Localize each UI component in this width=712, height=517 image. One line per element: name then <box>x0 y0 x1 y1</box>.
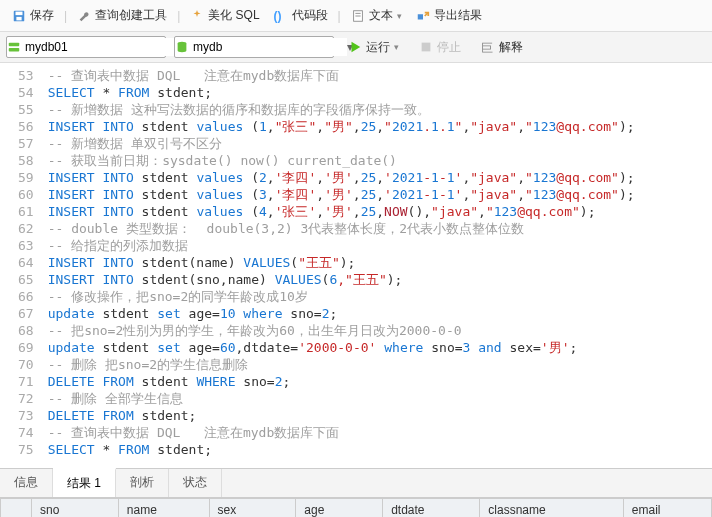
query-builder-button[interactable]: 查询创建工具 <box>71 4 173 27</box>
save-icon <box>12 9 26 23</box>
svg-rect-2 <box>16 16 21 20</box>
export-label: 导出结果 <box>434 7 482 24</box>
export-button[interactable]: 导出结果 <box>410 4 488 27</box>
db2-combo[interactable]: ▾ <box>174 36 334 58</box>
db1-input[interactable] <box>21 38 179 56</box>
tab-2[interactable]: 剖析 <box>116 469 169 497</box>
svg-rect-6 <box>417 14 422 19</box>
col-sno[interactable]: sno <box>32 499 119 518</box>
server-icon <box>7 40 21 54</box>
col-email[interactable]: email <box>623 499 711 518</box>
main-toolbar: 保存 | 查询创建工具 | 美化 SQL () 代码段 | 文本 ▾ 导出结果 <box>0 0 712 32</box>
tab-3[interactable]: 状态 <box>169 469 222 497</box>
export-icon <box>416 9 430 23</box>
beautify-label: 美化 SQL <box>208 7 259 24</box>
database-icon <box>175 40 189 54</box>
col-dtdate[interactable]: dtdate <box>383 499 480 518</box>
document-icon <box>351 9 365 23</box>
beautify-button[interactable]: 美化 SQL <box>184 4 265 27</box>
explain-label: 解释 <box>499 39 523 56</box>
col-age[interactable]: age <box>296 499 383 518</box>
tab-0[interactable]: 信息 <box>0 469 53 497</box>
svg-rect-10 <box>422 43 431 52</box>
stop-button[interactable]: 停止 <box>413 37 467 58</box>
db2-input[interactable] <box>189 38 347 56</box>
result-tabs: 信息结果 1剖析状态 <box>0 468 712 498</box>
stop-label: 停止 <box>437 39 461 56</box>
sparkle-icon <box>190 9 204 23</box>
stop-icon <box>419 40 433 54</box>
row-header-corner <box>1 499 32 518</box>
run-label: 运行 <box>366 39 390 56</box>
run-button[interactable]: 运行 ▾ <box>342 37 405 58</box>
snippet-label: 代码段 <box>292 7 328 24</box>
tab-1[interactable]: 结果 1 <box>53 468 116 497</box>
grid-header-row: snonamesexagedtdateclassnameemail <box>1 499 712 518</box>
bracket-icon: () <box>274 9 288 23</box>
col-name[interactable]: name <box>118 499 209 518</box>
snippet-button[interactable]: () 代码段 <box>268 4 334 27</box>
query-builder-label: 查询创建工具 <box>95 7 167 24</box>
wrench-icon <box>77 9 91 23</box>
code-area[interactable]: -- 查询表中数据 DQL 注意在mydb数据库下面 SELECT * FROM… <box>48 67 712 458</box>
svg-rect-1 <box>16 11 23 15</box>
connection-bar: ▾ ▾ 运行 ▾ 停止 巨 解释 <box>0 32 712 63</box>
col-classname[interactable]: classname <box>480 499 623 518</box>
text-label: 文本 <box>369 7 393 24</box>
explain-icon: 巨 <box>481 40 495 54</box>
db1-combo[interactable]: ▾ <box>6 36 166 58</box>
result-grid: snonamesexagedtdateclassnameemail (N/A)(… <box>0 498 712 517</box>
explain-button[interactable]: 巨 解释 <box>475 37 529 58</box>
text-button[interactable]: 文本 ▾ <box>345 4 408 27</box>
line-gutter: 53 54 55 56 57 58 59 60 61 62 63 64 65 6… <box>0 67 48 458</box>
save-button[interactable]: 保存 <box>6 4 60 27</box>
sql-editor[interactable]: 53 54 55 56 57 58 59 60 61 62 63 64 65 6… <box>0 63 712 468</box>
chevron-down-icon: ▾ <box>397 11 402 21</box>
svg-rect-7 <box>9 43 20 47</box>
play-icon <box>348 40 362 54</box>
col-sex[interactable]: sex <box>209 499 296 518</box>
chevron-down-icon: ▾ <box>394 42 399 52</box>
svg-rect-8 <box>9 48 20 52</box>
save-label: 保存 <box>30 7 54 24</box>
